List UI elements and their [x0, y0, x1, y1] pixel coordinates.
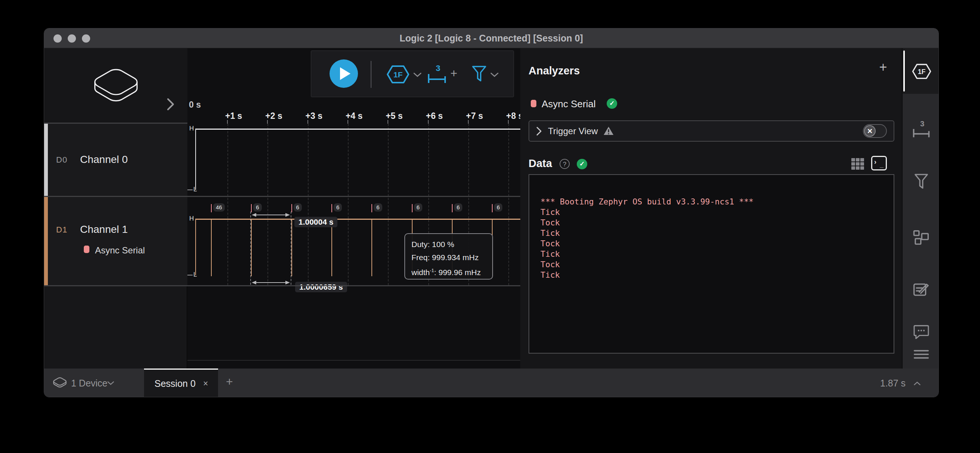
measurements-tab[interactable]: 3 — [902, 120, 939, 139]
timeline-tick-label: +5 s — [386, 111, 402, 121]
add-measurement-button[interactable]: + — [450, 67, 457, 80]
gridline — [508, 124, 509, 285]
data-heading: Data — [528, 157, 552, 170]
ch1-low-tick — [188, 275, 192, 276]
timeline-tick-mark — [388, 120, 388, 124]
feedback-tab[interactable] — [902, 325, 939, 339]
channel0-id: D0 — [56, 155, 67, 165]
bottom-bar: 1 Device Session 0 × + 1.87 s — [44, 369, 939, 397]
device-tab-active[interactable]: 1F — [902, 48, 939, 94]
ch1-signal-edge — [195, 219, 196, 275]
main-content: D0 Channel 0 D1 Channel 1 Async Serial — [44, 48, 939, 369]
analyzers-panel: Analyzers + Async Serial ✓ Trigger View — [520, 48, 902, 369]
session-tab[interactable]: Session 0 × — [144, 369, 218, 397]
timeline-tick-mark — [267, 120, 268, 124]
analyzers-heading: Analyzers — [528, 65, 580, 77]
tooltip-duty: Duty: 100 % — [412, 238, 486, 251]
measurements-icon[interactable]: 3 — [426, 64, 447, 84]
session-tab-label: Session 0 — [154, 378, 196, 389]
notes-tab[interactable] — [902, 282, 939, 297]
terminal-output: *** Booting Zephyr OS build v3.3.99-ncs1… — [528, 174, 894, 353]
edge-count-badge[interactable]: 6 — [253, 203, 261, 212]
chevron-right-icon[interactable] — [536, 126, 542, 136]
channel1-analyzer-label: Async Serial — [95, 245, 145, 256]
gridline — [388, 124, 389, 285]
analyzer-color-dot — [84, 246, 89, 253]
measure-duration-bottom: 1.0000659 s — [295, 282, 347, 292]
toolbar-divider — [371, 61, 371, 88]
filter-funnel-icon[interactable] — [471, 65, 487, 83]
channel1-id: D1 — [56, 225, 67, 235]
trigger-view-label: Trigger View — [548, 126, 598, 136]
channel1-accent-bar — [44, 196, 48, 285]
measure-arrow-bottom — [251, 280, 291, 285]
timeline-origin-label: 0 s — [189, 100, 201, 110]
svg-text:3: 3 — [436, 64, 440, 73]
terminal-line: *** Booting Zephyr OS build v3.3.99-ncs1… — [541, 196, 894, 207]
device-hexagon-icon[interactable]: 1F — [912, 63, 932, 80]
terminal-line: Tick — [541, 207, 894, 217]
gridline — [308, 124, 309, 285]
serial-frame-marker — [492, 204, 493, 212]
channel-row-d0[interactable]: D0 Channel 0 — [44, 124, 188, 196]
toggle-knob-off: ✕ — [864, 125, 876, 137]
channel-row-d1[interactable]: D1 Channel 1 Async Serial — [44, 196, 188, 285]
edge-count-badge[interactable]: 6 — [294, 203, 302, 212]
filter-tab[interactable] — [902, 173, 939, 190]
active-indicator — [903, 51, 905, 92]
chevron-down-icon[interactable] — [413, 72, 422, 78]
edge-count-badge[interactable]: 6 — [454, 203, 462, 212]
edge-count-badge[interactable]: 6 — [414, 203, 422, 212]
menu-tab[interactable] — [902, 349, 939, 360]
gridline — [348, 124, 348, 285]
channel0-accent-bar — [44, 124, 48, 196]
measure-left-edge[interactable] — [250, 212, 251, 285]
help-icon[interactable]: ? — [560, 159, 570, 169]
new-session-button[interactable]: + — [226, 375, 233, 389]
close-session-icon[interactable]: × — [203, 379, 208, 389]
channel-sidebar: D0 Channel 0 D1 Channel 1 Async Serial — [44, 48, 188, 369]
table-view-icon[interactable] — [851, 157, 865, 171]
serial-frame-marker — [291, 204, 292, 212]
chevron-down-icon[interactable] — [490, 72, 499, 78]
ch0-signal-high-line — [195, 128, 520, 130]
add-analyzer-button[interactable]: + — [876, 59, 891, 75]
warning-icon — [603, 126, 614, 136]
ch1-high-label: H — [189, 215, 194, 222]
timeline-tick-label: +2 s — [265, 111, 282, 121]
device-selector-hexagon-icon[interactable]: 1F — [386, 65, 410, 84]
play-icon — [340, 67, 350, 80]
trigger-view-row[interactable]: Trigger View ✕ — [528, 120, 894, 142]
device-panel[interactable] — [44, 48, 188, 123]
timeline-tick-mark — [508, 120, 509, 124]
capture-duration[interactable]: 1.87 s — [880, 378, 921, 389]
timeline-tick-label: +3 s — [305, 111, 323, 121]
measure-right-edge[interactable] — [291, 212, 291, 285]
edge-count-badge[interactable]: 6 — [334, 203, 342, 212]
ch0-signal-edge — [195, 129, 196, 190]
svg-text:1F: 1F — [918, 68, 926, 76]
edge-count-badge[interactable]: 6 — [374, 203, 382, 212]
extensions-tab[interactable] — [902, 230, 939, 246]
edge-count-badge[interactable]: 6 — [494, 203, 502, 212]
data-ok-icon: ✓ — [577, 159, 587, 169]
trigger-view-toggle[interactable]: ✕ — [863, 124, 887, 138]
device-count-label: 1 Device — [71, 378, 107, 389]
measure-arrow-top — [251, 213, 291, 217]
device-count-menu[interactable]: 1 Device — [44, 369, 145, 397]
terminal-line: Tock — [541, 238, 894, 249]
terminal-view-icon[interactable]: ›_ — [871, 156, 887, 170]
waveform-area[interactable]: 1F 3 + — [188, 48, 520, 369]
gridline — [228, 124, 228, 285]
serial-frame-marker — [331, 204, 332, 212]
measurement-tooltip: Duty: 100 % Freq: 999.934 mHz width-1: 9… — [404, 233, 493, 280]
chevron-up-icon[interactable] — [913, 381, 921, 386]
terminal-line: Tock — [541, 260, 894, 270]
start-capture-button[interactable] — [329, 59, 358, 88]
chevron-right-icon[interactable] — [166, 97, 175, 112]
timeline-tick-mark — [468, 120, 469, 124]
signal-pulse — [251, 219, 252, 276]
tooltip-width: width-1: 999.96 mHz — [412, 264, 486, 279]
timeline-tick-label: +1 s — [225, 111, 242, 121]
edge-count-badge[interactable]: 46 — [213, 203, 225, 212]
